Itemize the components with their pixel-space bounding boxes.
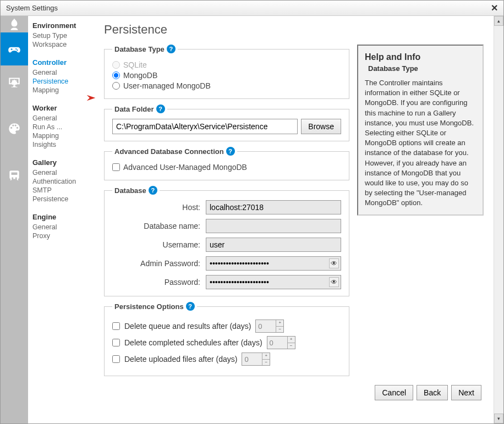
fieldset-persistence-options: Persistence Options ? Delete queue and r… — [104, 302, 349, 376]
checkbox-delete-files[interactable] — [112, 355, 120, 363]
radio-sqlite-label: SQLite — [123, 60, 147, 69]
label-username: Username: — [112, 240, 200, 249]
label-dbname: Database name: — [112, 222, 200, 230]
icon-gallery[interactable] — [1, 98, 28, 159]
nav-section-controller[interactable]: Controller — [32, 58, 90, 67]
page-title: Persistence — [104, 23, 484, 37]
nav-item-gallery-persistence[interactable]: Persistence — [32, 195, 90, 203]
nav-item-controller-persistence[interactable]: Persistence — [32, 78, 90, 85]
cancel-button[interactable]: Cancel — [375, 385, 413, 400]
legend-data-folder: Data Folder — [114, 105, 154, 113]
label-delete-queue: Delete queue and results after (days) — [124, 322, 251, 331]
settings-window: System Settings ✕ Environment Setup — [0, 0, 504, 424]
radio-sqlite — [112, 61, 120, 69]
nav-item-engine-general[interactable]: General — [32, 223, 90, 231]
titlebar: System Settings ✕ — [1, 1, 503, 16]
spinner-delete-files-value[interactable] — [242, 353, 262, 365]
checkbox-delete-schedules[interactable] — [112, 339, 120, 346]
label-host: Host: — [112, 203, 200, 212]
radio-usermanaged-mongodb[interactable] — [112, 82, 120, 90]
train-icon — [7, 168, 21, 183]
fieldset-advanced-connection: Advanced Database Connection ? Advanced … — [104, 147, 349, 180]
nav-item-gallery-general[interactable]: General — [32, 169, 90, 177]
nav-item-workspace[interactable]: Workspace — [32, 41, 90, 48]
checkbox-advanced-usermanaged[interactable] — [112, 163, 120, 171]
host-input[interactable] — [206, 200, 341, 214]
window-title: System Settings — [6, 4, 58, 12]
fieldset-data-folder: Data Folder ? Browse — [104, 104, 349, 141]
legend-persistence-options: Persistence Options — [114, 302, 184, 311]
icon-environment[interactable] — [1, 16, 28, 32]
gamepad-icon — [7, 42, 21, 56]
spinner-up-icon[interactable]: + — [262, 353, 270, 360]
spinner-up-icon[interactable]: + — [288, 337, 295, 343]
palette-icon — [7, 122, 21, 136]
spinner-delete-files[interactable]: +− — [242, 353, 270, 366]
label-pwd: Password: — [112, 278, 200, 287]
help-icon[interactable]: ? — [149, 186, 157, 195]
help-title: Help and Info — [365, 52, 476, 62]
data-folder-input[interactable] — [112, 119, 298, 134]
browse-button[interactable]: Browse — [301, 119, 341, 134]
leaf-icon — [7, 17, 21, 31]
help-body: The Controller maintains information in … — [365, 78, 476, 208]
next-button[interactable]: Next — [451, 385, 481, 400]
fieldset-database: Database ? Host: Database name: Username… — [104, 186, 349, 296]
nav-section-environment[interactable]: Environment — [32, 21, 90, 30]
spinner-delete-schedules-value[interactable] — [267, 337, 287, 349]
nav-item-worker-general[interactable]: General — [32, 114, 90, 122]
nav-item-worker-insights[interactable]: Insights — [32, 141, 90, 148]
scroll-up-icon[interactable]: ▴ — [494, 16, 503, 26]
back-button[interactable]: Back — [417, 385, 448, 400]
close-icon[interactable]: ✕ — [491, 3, 498, 13]
nav-item-gallery-auth[interactable]: Authentication — [32, 178, 90, 185]
help-icon[interactable]: ? — [186, 302, 195, 311]
help-subtitle: Database Type — [365, 64, 476, 73]
nav-item-worker-mapping[interactable]: Mapping — [32, 132, 90, 140]
icon-engine[interactable] — [1, 159, 28, 192]
pwd-input[interactable] — [206, 275, 341, 289]
scrollbar[interactable]: ▴ ▾ — [494, 16, 503, 423]
nav-item-controller-general[interactable]: General — [32, 69, 90, 76]
dbname-input[interactable] — [206, 219, 341, 233]
icon-strip — [1, 16, 28, 423]
footer-buttons: Cancel Back Next — [104, 385, 484, 400]
spinner-down-icon[interactable]: − — [288, 343, 295, 349]
icon-worker[interactable] — [1, 65, 28, 98]
fieldset-database-type: Database Type ? SQLite MongoDB User-mana… — [104, 45, 349, 99]
spinner-down-icon[interactable]: − — [276, 327, 283, 333]
main-content: Persistence Database Type ? SQLite Mongo… — [94, 16, 494, 423]
spinner-down-icon[interactable]: − — [262, 360, 270, 366]
nav-panel: Environment Setup Type Workspace Control… — [28, 16, 94, 423]
spinner-delete-queue[interactable]: +− — [255, 320, 284, 333]
nav-section-engine[interactable]: Engine — [32, 213, 90, 221]
help-icon[interactable]: ? — [226, 147, 235, 156]
legend-database: Database — [114, 186, 146, 195]
nav-item-engine-proxy[interactable]: Proxy — [32, 232, 90, 240]
label-adminpwd: Admin Password: — [112, 259, 200, 268]
adminpwd-input[interactable] — [206, 256, 341, 271]
nav-item-setup-type[interactable]: Setup Type — [32, 32, 90, 40]
monitor-gear-icon — [7, 75, 21, 89]
label-delete-files: Delete uploaded files after (days) — [124, 355, 237, 364]
help-icon[interactable]: ? — [156, 104, 165, 113]
help-icon[interactable]: ? — [167, 45, 176, 53]
radio-mongodb-label: MongoDB — [123, 71, 157, 80]
checkbox-delete-queue[interactable] — [112, 322, 120, 330]
eye-icon[interactable]: 👁 — [329, 277, 339, 287]
icon-controller[interactable] — [1, 32, 28, 65]
nav-section-gallery[interactable]: Gallery — [32, 158, 90, 167]
nav-item-controller-mapping[interactable]: Mapping — [32, 86, 90, 94]
radio-mongodb[interactable] — [112, 71, 120, 79]
legend-advanced-connection: Advanced Database Connection — [114, 147, 224, 156]
spinner-delete-schedules[interactable]: +− — [267, 336, 295, 349]
spinner-up-icon[interactable]: + — [276, 320, 283, 327]
nav-item-worker-runas[interactable]: Run As ... — [32, 123, 90, 131]
nav-item-gallery-smtp[interactable]: SMTP — [32, 186, 90, 194]
spinner-delete-queue-value[interactable] — [256, 320, 276, 332]
scroll-down-icon[interactable]: ▾ — [494, 414, 503, 423]
radio-usermanaged-mongodb-label: User-managed MongoDB — [123, 81, 211, 90]
nav-section-worker[interactable]: Worker — [32, 104, 90, 112]
username-input[interactable] — [206, 238, 341, 252]
eye-icon[interactable]: 👁 — [329, 258, 339, 268]
